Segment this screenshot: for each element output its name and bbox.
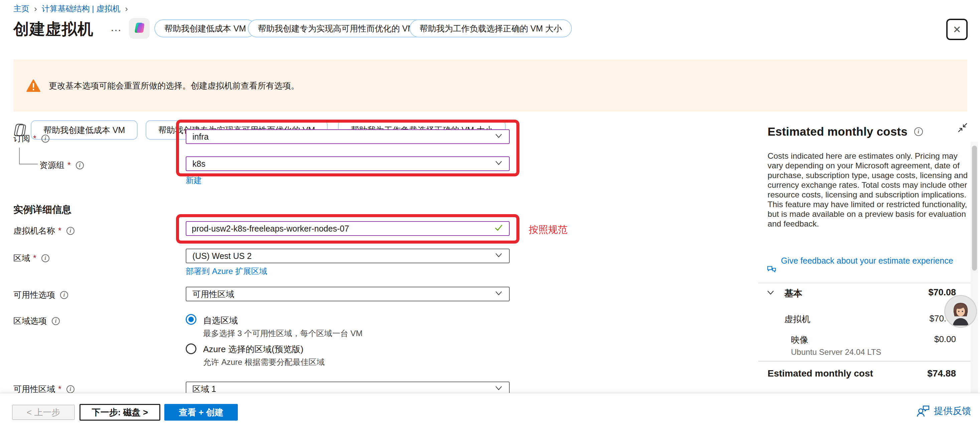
- next-step-disks-button[interactable]: 下一步: 磁盘 >: [80, 404, 160, 421]
- info-icon[interactable]: [52, 317, 60, 325]
- total-cost-label: Estimated monthly cost: [768, 368, 873, 379]
- tree-connector-vertical: [19, 148, 20, 164]
- subscription-dropdown[interactable]: infra: [186, 129, 510, 144]
- valid-check-icon: [494, 223, 504, 234]
- availability-options-dropdown[interactable]: 可用性区域: [186, 287, 510, 301]
- chevron-right-icon: [125, 4, 128, 14]
- region-value: (US) West US 2: [192, 251, 251, 261]
- zone-options-label: 区域选项: [13, 315, 60, 327]
- vm-name-annotation: 按照规范: [529, 223, 568, 237]
- radio-azure-selected-zones-desc: 允许 Azure 根据需要分配最佳区域: [203, 357, 325, 368]
- availability-options-label: 可用性选项: [13, 289, 68, 300]
- chevron-down-icon: [494, 158, 503, 169]
- cost-row-vm-value: $70.08: [869, 313, 956, 324]
- cost-panel-description: Costs indicated here are estimates only.…: [768, 151, 972, 228]
- radio-self-selected-zones-desc: 最多选择 3 个可用性区域，每个区域一台 VM: [203, 328, 363, 339]
- vm-name-value: prod-usw2-k8s-freeleaps-worker-nodes-07: [192, 224, 349, 234]
- overflow-menu-button[interactable]: [110, 21, 122, 34]
- warning-icon: [26, 79, 41, 92]
- copilot-suggestion-low-cost[interactable]: 帮助我创建低成本 VM: [154, 19, 256, 37]
- scrollbar-thumb[interactable]: [972, 146, 977, 271]
- radio-self-selected-zones[interactable]: [186, 314, 196, 325]
- user-avatar[interactable]: [945, 296, 976, 327]
- info-icon[interactable]: [76, 161, 84, 169]
- total-cost-value: $74.88: [869, 368, 956, 379]
- cost-panel-header: Estimated monthly costs: [768, 125, 923, 138]
- region-dropdown[interactable]: (US) West US 2: [186, 249, 510, 263]
- divider: [758, 283, 970, 283]
- tree-connector-horizontal: [19, 164, 38, 164]
- create-new-link[interactable]: 新建: [186, 175, 202, 186]
- copilot-suggestion-high-availability[interactable]: 帮助我创建专为实现高可用性而优化的 VM: [248, 19, 425, 37]
- divider: [758, 361, 970, 362]
- info-icon[interactable]: [60, 291, 68, 299]
- warning-text: 更改基本选项可能会重置所做的选择。创建虚拟机前查看所有选项。: [49, 80, 299, 91]
- cost-group-value: $70.08: [869, 287, 956, 298]
- radio-azure-selected-zones-label: Azure 选择的区域(预览版): [203, 343, 303, 355]
- give-feedback-button[interactable]: 提供反馈: [916, 405, 971, 417]
- resource-group-dropdown[interactable]: k8s: [186, 156, 510, 171]
- radio-azure-selected-zones[interactable]: [186, 343, 196, 354]
- breadcrumb-home-link[interactable]: 主页: [13, 3, 29, 14]
- previous-step-button[interactable]: < 上一步: [12, 405, 75, 420]
- chevron-down-icon: [494, 131, 503, 142]
- breadcrumb-section-link[interactable]: 计算基础结构 | 虚拟机: [42, 3, 121, 14]
- vm-name-label: 虚拟机名称 *: [13, 225, 75, 236]
- page-title: 创建虚拟机: [13, 19, 94, 40]
- resource-group-label: 资源组 *: [40, 160, 84, 171]
- person-feedback-icon: [916, 405, 930, 417]
- info-icon[interactable]: [914, 127, 923, 136]
- create-vm-page: 主页 计算基础结构 | 虚拟机 创建虚拟机 帮助我创建低成本 VM: [0, 0, 980, 435]
- breadcrumb: 主页 计算基础结构 | 虚拟机: [13, 3, 128, 14]
- copilot-button[interactable]: [129, 18, 150, 39]
- cost-row-image-label: 映像: [791, 334, 808, 346]
- info-icon[interactable]: [41, 135, 49, 143]
- cost-row-vm-label: 虚拟机: [784, 313, 810, 325]
- info-icon[interactable]: [67, 227, 75, 235]
- chevron-down-icon: [494, 250, 503, 261]
- feedback-bubbles-icon: [766, 264, 777, 277]
- chevron-down-icon[interactable]: [766, 288, 775, 298]
- instance-details-section-title: 实例详细信息: [13, 203, 72, 217]
- copilot-icon: [133, 21, 146, 36]
- warning-banner: 更改基本选项可能会重置所做的选择。创建虚拟机前查看所有选项。: [13, 59, 967, 112]
- cost-row-image-sub: Ubuntu Server 24.04 LTS: [791, 347, 881, 357]
- extended-zones-link[interactable]: 部署到 Azure 扩展区域: [186, 266, 267, 277]
- chevron-right-icon: [34, 4, 37, 14]
- radio-self-selected-zones-label: 自选区域: [203, 315, 238, 327]
- resource-group-value: k8s: [192, 159, 205, 169]
- info-icon[interactable]: [41, 254, 49, 262]
- cost-row-image-value: $0.00: [869, 334, 956, 344]
- close-button[interactable]: [946, 19, 968, 40]
- chevron-down-icon: [494, 288, 503, 300]
- footer-bar: < 上一步 下一步: 磁盘 > 查看 + 创建 提供反馈: [0, 393, 980, 435]
- collapse-panel-icon[interactable]: [957, 122, 968, 134]
- estimate-feedback-link[interactable]: Give feedback about your estimate experi…: [766, 255, 967, 277]
- review-create-button[interactable]: 查看 + 创建: [164, 404, 238, 421]
- vm-name-input[interactable]: prod-usw2-k8s-freeleaps-worker-nodes-07: [186, 221, 510, 236]
- cost-group-label: 基本: [784, 287, 802, 300]
- subscription-value: infra: [192, 132, 209, 142]
- availability-options-value: 可用性区域: [192, 288, 234, 300]
- region-label: 区域 *: [13, 253, 49, 264]
- info-icon[interactable]: [67, 385, 75, 393]
- subscription-label: 订阅 *: [13, 133, 49, 144]
- copilot-suggestion-vm-size[interactable]: 帮助我为工作负载选择正确的 VM 大小: [409, 19, 572, 37]
- cost-panel-title: Estimated monthly costs: [768, 125, 907, 138]
